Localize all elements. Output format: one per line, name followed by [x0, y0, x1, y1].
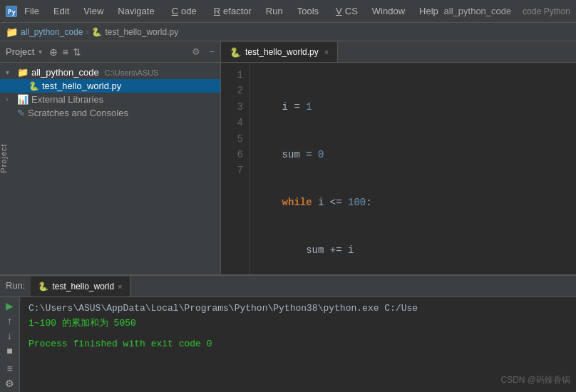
menu-refactor[interactable]: Refactor — [208, 4, 254, 18]
project-toolbar-title: Project — [6, 46, 34, 57]
breadcrumb-chevron: › — [86, 27, 88, 37]
run-wrap-button[interactable]: ≡ — [3, 362, 17, 374]
run-output-path: C:\Users\ASUS\AppData\Local\Programs\Pyt… — [29, 301, 567, 316]
sort-icon[interactable]: ⇅ — [73, 46, 81, 58]
breadcrumb: 📁 all_python_code › 🐍 test_hello_world.p… — [0, 23, 576, 41]
window-title: all_python_code — [444, 6, 512, 16]
run-settings-button[interactable]: ⚙ — [3, 377, 17, 389]
code-python-badge: code Python — [523, 6, 570, 16]
collapse-icon[interactable]: ≡ — [62, 46, 68, 58]
title-bar: Py File Edit View Navigate Code Refactor… — [0, 0, 576, 23]
tree-label-file: test_hello_world.py — [42, 81, 121, 91]
code-line-4: sum += i — [258, 242, 567, 258]
tab-label: test_hello_world.py — [245, 47, 319, 57]
run-file-icon: 🐍 — [38, 282, 48, 292]
app-icon: Py — [6, 6, 17, 17]
code-line-2: sum = 0 — [258, 147, 567, 163]
run-tab-active[interactable]: 🐍 test_hello_world × — [31, 277, 130, 296]
menu-help[interactable]: Help — [416, 4, 441, 18]
tree-item-scratch[interactable]: ✎ Scratches and Consoles — [0, 106, 220, 120]
run-output: C:\Users\ASUS\AppData\Local\Programs\Pyt… — [20, 297, 576, 392]
breadcrumb-project[interactable]: all_python_code — [21, 27, 83, 37]
menu-code[interactable]: Code — [166, 4, 200, 18]
line-num-7: 7 — [224, 163, 243, 178]
menu-tools[interactable]: Tools — [294, 4, 322, 18]
line-num-1: 1 — [224, 67, 243, 83]
line-num-5: 5 — [224, 131, 243, 147]
editor-area: 🐍 test_hello_world.py × 1 2 3 4 5 6 7 i … — [221, 41, 576, 274]
toolbar-icons: ⊕ ≡ ⇅ — [49, 46, 81, 58]
gear-icon[interactable]: ⚙ — [192, 46, 200, 57]
expand-icon-root: ▾ — [6, 68, 14, 76]
line-num-6: 6 — [224, 147, 243, 163]
main-area: Project ▾ ⊕ ≡ ⇅ ⚙ − ▾ 📁 all_python_code … — [0, 41, 576, 274]
tree-label-root: all_python_code — [31, 67, 99, 78]
menu-vcs[interactable]: VCS — [330, 4, 361, 18]
breadcrumb-file-icon: 🐍 — [91, 27, 102, 37]
code-line-1: i = 1 — [258, 99, 567, 115]
sidebar: Project ▾ ⊕ ≡ ⇅ ⚙ − ▾ 📁 all_python_code … — [0, 41, 221, 274]
breadcrumb-file[interactable]: test_hello_world.py — [105, 27, 178, 37]
watermark: CSDN @码辣香锅 — [500, 374, 570, 386]
bottom-panel: Run: 🐍 test_hello_world × ▶ ↑ ↓ ■ ≡ ⚙ C:… — [0, 274, 576, 392]
line-num-4: 4 — [224, 115, 243, 130]
menu-bar: File Edit View Navigate Code Refactor Ru… — [21, 4, 444, 18]
tree-item-root[interactable]: ▾ 📁 all_python_code C:\Users\ASUS — [0, 66, 220, 79]
project-chevron-down[interactable]: ▾ — [38, 48, 42, 56]
run-output-finished: Process finished with exit code 0 — [29, 337, 567, 352]
code-line-3: while i <= 100: — [258, 195, 567, 210]
run-stop-button[interactable]: ■ — [3, 344, 17, 356]
expand-icon-ext: › — [6, 96, 14, 103]
tree-label-ext: External Libraries — [31, 94, 103, 105]
folder-icon: 📁 — [6, 26, 18, 38]
run-play-button[interactable]: ▶ — [3, 300, 17, 312]
editor-tabs: 🐍 test_hello_world.py × — [221, 41, 576, 63]
run-tab-label: test_hello_world — [52, 282, 114, 292]
tab-file-icon: 🐍 — [230, 47, 241, 58]
tree-path-root: C:\Users\ASUS — [105, 68, 159, 77]
menu-navigate[interactable]: Navigate — [115, 4, 157, 18]
line-num-2: 2 — [224, 83, 243, 98]
tree-item-file[interactable]: 🐍 test_hello_world.py — [0, 79, 220, 93]
tree-label-scratch: Scratches and Consoles — [28, 108, 128, 118]
tab-close-button[interactable]: × — [324, 48, 329, 56]
run-controls: ▶ ↑ ↓ ■ ≡ ⚙ — [0, 297, 20, 392]
file-tree: ▾ 📁 all_python_code C:\Users\ASUS 🐍 test… — [0, 63, 220, 123]
python-file-icon: 🐍 — [29, 81, 39, 91]
locate-icon[interactable]: ⊕ — [49, 46, 58, 58]
line-numbers: 1 2 3 4 5 6 7 — [221, 63, 250, 274]
sidebar-vertical-label[interactable]: Project — [0, 140, 9, 175]
svg-text:Py: Py — [8, 9, 16, 16]
minimize-icon[interactable]: − — [209, 46, 215, 57]
run-up-button[interactable]: ↑ — [3, 315, 17, 327]
run-label: Run: — [6, 275, 25, 296]
menu-view[interactable]: View — [81, 4, 106, 18]
run-output-result: 1~100 的累加和为 5050 — [29, 316, 567, 331]
menu-window[interactable]: Window — [369, 4, 408, 18]
project-panel: Project ▾ ⊕ ≡ ⇅ ⚙ − ▾ 📁 all_python_code … — [0, 41, 220, 274]
code-editor[interactable]: 1 2 3 4 5 6 7 i = 1 sum = 0 while i <= 1… — [221, 63, 576, 274]
lib-icon: 📊 — [17, 94, 29, 105]
line-num-3: 3 — [224, 99, 243, 115]
menu-file[interactable]: File — [21, 4, 42, 18]
menu-edit[interactable]: Edit — [51, 4, 72, 18]
run-down-button[interactable]: ↓ — [3, 330, 17, 342]
folder-icon-root: 📁 — [17, 67, 29, 78]
project-toolbar: Project ▾ ⊕ ≡ ⇅ ⚙ − — [0, 41, 220, 63]
tree-item-ext[interactable]: › 📊 External Libraries — [0, 93, 220, 106]
menu-run[interactable]: Run — [263, 4, 286, 18]
code-content[interactable]: i = 1 sum = 0 while i <= 100: sum += i i… — [250, 63, 576, 274]
scratch-icon: ✎ — [17, 108, 25, 118]
run-output-area: ▶ ↑ ↓ ■ ≡ ⚙ C:\Users\ASUS\AppData\Local\… — [0, 297, 576, 392]
editor-tab-active[interactable]: 🐍 test_hello_world.py × — [221, 42, 338, 62]
run-tab-close[interactable]: × — [118, 282, 122, 291]
run-tabs: Run: 🐍 test_hello_world × — [0, 276, 576, 297]
